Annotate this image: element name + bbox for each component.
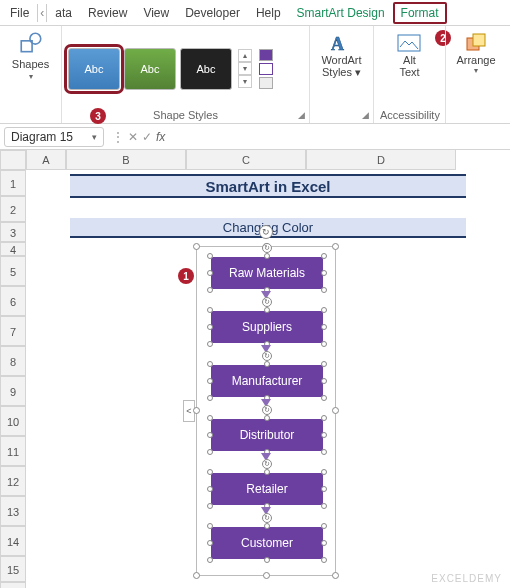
tab-scroll[interactable]: ‹ bbox=[37, 4, 47, 22]
smartart-node-3[interactable]: ↻ Manufacturer bbox=[211, 365, 323, 397]
row-7[interactable]: 7 bbox=[0, 316, 26, 346]
style-thumb-blue[interactable]: Abc bbox=[68, 48, 120, 90]
row-5[interactable]: 5 bbox=[0, 256, 26, 286]
chevron-down-icon-3: ▾ bbox=[92, 132, 97, 142]
cancel-icon[interactable]: ✕ bbox=[128, 130, 138, 144]
resize-handle[interactable] bbox=[332, 572, 339, 579]
row-10[interactable]: 10 bbox=[0, 406, 26, 436]
dialog-launcher-icon-2[interactable]: ◢ bbox=[362, 110, 369, 120]
tab-help[interactable]: Help bbox=[248, 2, 289, 24]
row-8[interactable]: 8 bbox=[0, 346, 26, 376]
wordart-l1: WordArt bbox=[321, 54, 361, 66]
row-1[interactable]: 1 bbox=[0, 170, 26, 196]
node-rotate-icon[interactable]: ↻ bbox=[262, 513, 272, 523]
tab-file[interactable]: File bbox=[2, 2, 37, 24]
title-merged-cell[interactable]: SmartArt in Excel bbox=[70, 174, 466, 198]
resize-handle[interactable] bbox=[193, 407, 200, 414]
resize-handle[interactable] bbox=[332, 407, 339, 414]
smartart-diagram[interactable]: ↻ < ↻ Raw Materials ↻ Suppliers ↻ bbox=[196, 246, 336, 576]
style-thumb-blue-highlight: Abc bbox=[68, 48, 120, 90]
row-16[interactable]: 16 bbox=[0, 582, 26, 588]
row-9[interactable]: 9 bbox=[0, 376, 26, 406]
row-15[interactable]: 15 bbox=[0, 556, 26, 582]
ribbon-tabs: File ‹ ata Review View Developer Help Sm… bbox=[0, 0, 510, 26]
tab-review[interactable]: Review bbox=[80, 2, 135, 24]
dialog-launcher-icon[interactable]: ◢ bbox=[298, 110, 305, 120]
tab-data[interactable]: ata bbox=[47, 2, 80, 24]
arrange-l: Arrange bbox=[456, 54, 495, 66]
name-box-value: Diagram 15 bbox=[11, 130, 73, 144]
row-12[interactable]: 12 bbox=[0, 466, 26, 496]
node-rotate-icon[interactable]: ↻ bbox=[262, 459, 272, 469]
svg-rect-3 bbox=[398, 35, 420, 51]
node-1-text: Raw Materials bbox=[229, 266, 305, 280]
accessibility-label: Accessibility bbox=[380, 107, 439, 121]
smartart-node-4[interactable]: ↻ Distributor bbox=[211, 419, 323, 451]
smartart-node-2[interactable]: ↻ Suppliers bbox=[211, 311, 323, 343]
column-headers: A B C D bbox=[26, 150, 510, 170]
row-3[interactable]: 3 bbox=[0, 222, 26, 242]
shapes-label: Shapes bbox=[12, 58, 49, 70]
row-4[interactable]: 4 bbox=[0, 242, 26, 256]
col-D[interactable]: D bbox=[306, 150, 456, 170]
smartart-node-6[interactable]: ↻ Customer bbox=[211, 527, 323, 559]
ribbon: Shapes ▾ Abc Abc Abc ▴▾▾ Shape Styles ◢ … bbox=[0, 26, 510, 124]
callout-badge-3: 3 bbox=[90, 108, 106, 124]
style-thumb-green[interactable]: Abc bbox=[124, 48, 176, 90]
alt-text-icon bbox=[396, 32, 424, 54]
svg-point-1 bbox=[29, 33, 40, 44]
node-rotate-icon[interactable]: ↻ bbox=[262, 243, 272, 253]
arrange-button[interactable]: Arrange ▾ bbox=[452, 30, 500, 107]
callout-badge-1: 1 bbox=[178, 268, 194, 284]
style-thumb-black[interactable]: Abc bbox=[180, 48, 232, 90]
node-rotate-icon[interactable]: ↻ bbox=[262, 351, 272, 361]
menu-dots-icon[interactable]: ⋮ bbox=[112, 130, 124, 144]
group-shape-styles: Abc Abc Abc ▴▾▾ Shape Styles ◢ 3 bbox=[62, 26, 310, 123]
row-13[interactable]: 13 bbox=[0, 496, 26, 526]
wordart-button[interactable]: A WordArt Styles ▾ bbox=[316, 30, 367, 107]
formula-controls: ⋮ ✕ ✓ bbox=[108, 130, 152, 144]
node-6-text: Customer bbox=[241, 536, 293, 550]
group-shapes: Shapes ▾ bbox=[0, 26, 62, 123]
alt-text-button[interactable]: Alt Text bbox=[380, 30, 439, 107]
col-A[interactable]: A bbox=[26, 150, 66, 170]
resize-handle[interactable] bbox=[193, 572, 200, 579]
shapes-button[interactable]: Shapes ▾ bbox=[6, 30, 55, 107]
node-3-text: Manufacturer bbox=[232, 374, 303, 388]
group-wordart: A WordArt Styles ▾ ◢ bbox=[310, 26, 374, 123]
name-box[interactable]: Diagram 15 ▾ bbox=[4, 127, 104, 147]
alt-l1: Alt bbox=[403, 54, 416, 66]
row-14[interactable]: 14 bbox=[0, 526, 26, 556]
tab-view[interactable]: View bbox=[135, 2, 177, 24]
tab-developer[interactable]: Developer bbox=[177, 2, 248, 24]
node-rotate-icon[interactable]: ↻ bbox=[262, 297, 272, 307]
shape-effects-swatch[interactable] bbox=[259, 77, 273, 89]
enter-icon[interactable]: ✓ bbox=[142, 130, 152, 144]
smartart-node-5[interactable]: ↻ Retailer bbox=[211, 473, 323, 505]
node-4-text: Distributor bbox=[240, 428, 295, 442]
gallery-scroll[interactable]: ▴▾▾ bbox=[238, 49, 252, 88]
shape-outline-swatch[interactable] bbox=[259, 63, 273, 75]
select-all-corner[interactable] bbox=[0, 150, 26, 170]
node-rotate-icon[interactable]: ↻ bbox=[262, 405, 272, 415]
group-shapes-spacer bbox=[6, 107, 55, 121]
resize-handle[interactable] bbox=[193, 243, 200, 250]
rotate-handle-icon[interactable]: ↻ bbox=[259, 225, 273, 239]
resize-handle[interactable] bbox=[263, 572, 270, 579]
row-2[interactable]: 2 bbox=[0, 196, 26, 222]
row-6[interactable]: 6 bbox=[0, 286, 26, 316]
shape-fill-outline[interactable] bbox=[259, 49, 273, 89]
worksheet-grid[interactable]: A B C D 1 2 3 4 5 6 7 8 9 10 11 12 13 14… bbox=[0, 150, 510, 588]
alt-l2: Text bbox=[399, 66, 419, 78]
arrange-spacer bbox=[452, 107, 500, 121]
tab-format[interactable]: Format bbox=[393, 2, 447, 24]
col-C[interactable]: C bbox=[186, 150, 306, 170]
formula-bar: Diagram 15 ▾ ⋮ ✕ ✓ fx bbox=[0, 124, 510, 150]
col-B[interactable]: B bbox=[66, 150, 186, 170]
resize-handle[interactable] bbox=[332, 243, 339, 250]
shape-fill-swatch[interactable] bbox=[259, 49, 273, 61]
row-11[interactable]: 11 bbox=[0, 436, 26, 466]
smartart-node-1[interactable]: ↻ Raw Materials bbox=[211, 257, 323, 289]
tab-format-label: Format bbox=[401, 6, 439, 20]
tab-smartart-design[interactable]: SmartArt Design bbox=[289, 2, 393, 24]
